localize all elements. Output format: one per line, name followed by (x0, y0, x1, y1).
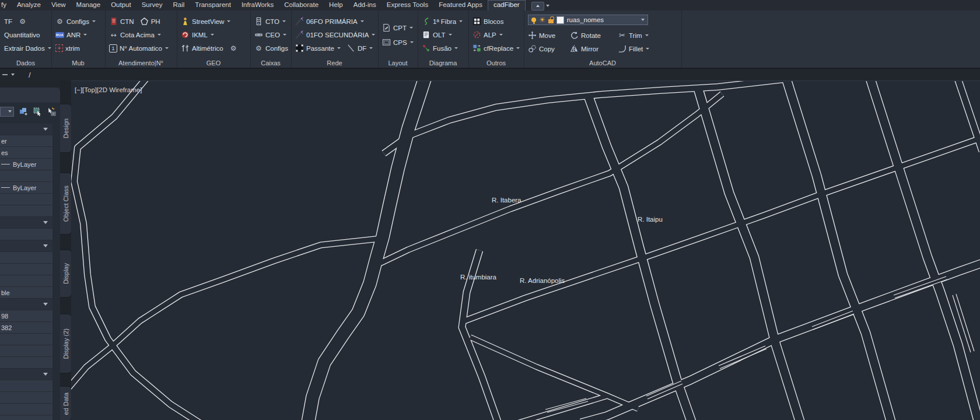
palette-header[interactable] (0, 88, 60, 103)
palette-value-row[interactable] (0, 229, 52, 240)
quantitativo-button[interactable]: Quantitativo (4, 32, 40, 38)
blocos-button[interactable]: Blocos (473, 17, 504, 26)
palette-section-row[interactable] (0, 124, 52, 135)
palette-value-row[interactable]: ByLayer (0, 159, 52, 170)
anr-button[interactable]: RUAANR (55, 32, 87, 38)
cpt-button[interactable]: CPT (382, 23, 413, 32)
ribbon-tab-manage[interactable]: Manage (71, 0, 106, 10)
palette-section-row[interactable] (0, 299, 52, 310)
extrair-dados-button[interactable]: Extrair Dados (4, 45, 51, 52)
ribbon-tab-help[interactable]: Help (324, 0, 348, 10)
ribbon-tab-survey[interactable]: Survey (136, 0, 168, 10)
palette-value-row[interactable] (0, 334, 52, 345)
layer-unlock-icon[interactable] (548, 19, 554, 23)
layer-color-swatch[interactable] (556, 16, 564, 24)
altimetrico-button[interactable]: Altimétrico (181, 44, 223, 52)
viewport-visual-style-control[interactable]: [2D Wireframe] (97, 86, 142, 93)
palette-tab-ed-data[interactable]: ed Data (60, 386, 72, 420)
fo06-primaria-button[interactable]: 06FO PRIMÁRIA (295, 17, 364, 26)
gears-icon[interactable]: ⚙ (18, 17, 27, 26)
palette-value-row[interactable] (0, 392, 52, 403)
passante-button[interactable]: Passante (295, 44, 341, 52)
palette-value-row[interactable] (0, 275, 52, 286)
gears-icon[interactable]: ⚙ (229, 44, 238, 52)
ikml-button[interactable]: IKML (181, 30, 214, 39)
streetview-button[interactable]: StreetView (181, 17, 230, 26)
ph-button[interactable]: PH (140, 17, 160, 26)
palette-value-row[interactable]: ble (0, 287, 52, 298)
ribbon-tab-collaborate[interactable]: Collaborate (279, 0, 324, 10)
palette-value-row[interactable]: 98 (0, 310, 52, 321)
xtrim-button[interactable]: +xtrim (55, 44, 80, 52)
palette-value-row[interactable]: er (0, 135, 52, 146)
numero-automatico-button[interactable]: 1N° Automatico (109, 44, 169, 52)
alp-button[interactable]: ALP (473, 30, 503, 39)
cfreplace-button[interactable]: cfReplace (473, 44, 520, 52)
trim-button[interactable]: ✂Trim (618, 31, 649, 40)
quick-select-icon[interactable] (46, 107, 56, 117)
fo01-secundaria-button[interactable]: 01FO SECUNDÁRIA (295, 30, 375, 39)
move-button[interactable]: Move (528, 31, 564, 40)
layer-dropdown-arrow[interactable] (641, 19, 645, 21)
palette-value-row[interactable]: 382 (0, 322, 52, 333)
palette-tab-display-2-[interactable]: Display (2) (60, 314, 72, 373)
fusao-button[interactable]: Fusão (422, 44, 458, 52)
ribbon-tab-cadfiber[interactable]: cadFiber (488, 0, 526, 10)
layer-dropdown[interactable]: ☀ ruas_nomes (528, 15, 648, 25)
selection-dropdown[interactable] (0, 107, 14, 117)
palette-value-row[interactable]: ByLayer (0, 182, 52, 193)
palette-value-row[interactable] (0, 415, 52, 420)
toolbar-flyout-arrow[interactable] (11, 74, 15, 76)
rotate-button[interactable]: Rotate (570, 31, 612, 40)
palette-tab-object-class[interactable]: Object Class (60, 173, 72, 235)
configs-caixas-button[interactable]: ⚙Configs (254, 44, 288, 52)
ribbon-tab-output[interactable]: Output (106, 0, 136, 10)
palette-tab-design[interactable]: Design (60, 104, 72, 153)
cota-acima-button[interactable]: ↔Cota Acima (109, 30, 161, 39)
olt-button[interactable]: OLT (422, 30, 452, 39)
palette-value-row[interactable] (0, 345, 52, 356)
ctn-button[interactable]: CTN (109, 17, 134, 26)
line-tool-icon[interactable]: / (29, 71, 31, 79)
ribbon-tab-infraworks[interactable]: InfraWorks (236, 0, 279, 10)
ribbon-tab-rail[interactable]: Rail (167, 0, 190, 10)
tf-button[interactable]: TF (4, 18, 12, 25)
palette-value-row[interactable] (0, 357, 52, 368)
ribbon-collapse-button[interactable] (531, 1, 550, 10)
drawing-viewport[interactable]: [−] [Top] [2D Wireframe] R. ItaberaR. It… (71, 80, 980, 420)
palette-tab-display[interactable]: Display (60, 250, 72, 298)
ribbon-tab-fy[interactable]: fy (0, 0, 12, 10)
ribbon-tab-analyze[interactable]: Analyze (12, 0, 46, 10)
ceo-button[interactable]: CEO (254, 30, 286, 39)
ribbon-tab-add-ins[interactable]: Add-ins (348, 0, 382, 10)
ribbon-tab-view[interactable]: View (46, 0, 71, 10)
df-button[interactable]: DF (346, 44, 373, 52)
palette-value-row[interactable] (0, 252, 52, 263)
palette-value-row[interactable] (0, 205, 52, 216)
viewport-menu-control[interactable]: [−] (75, 86, 82, 93)
copy-button[interactable]: Copy (528, 44, 564, 53)
toggle-pickadd-icon[interactable] (18, 107, 28, 117)
cps-button[interactable]: CPS (382, 38, 414, 47)
palette-value-row[interactable] (0, 194, 52, 205)
palette-section-row[interactable] (0, 240, 52, 251)
ribbon-tab-transparent[interactable]: Transparent (190, 0, 236, 10)
palette-value-row[interactable] (0, 404, 52, 415)
palette-section-row[interactable] (0, 369, 52, 380)
cto-button[interactable]: CTO (254, 17, 286, 26)
fillet-button[interactable]: Fillet (618, 44, 649, 53)
viewport-view-control[interactable]: [Top] (82, 86, 97, 93)
primeira-fibra-button[interactable]: 1ª Fibra (422, 17, 463, 26)
ribbon-tab-featured-apps[interactable]: Featured Apps (433, 0, 488, 10)
ribbon-tab-express-tools[interactable]: Express Tools (382, 0, 433, 10)
palette-value-row[interactable] (0, 380, 52, 391)
select-objects-icon[interactable] (32, 107, 42, 117)
palette-value-row[interactable]: es (0, 147, 52, 158)
palette-value-row[interactable] (0, 170, 52, 181)
configs-mub-button[interactable]: ⚙Configs (55, 17, 96, 26)
layer-freeze-sun-icon[interactable]: ☀ (539, 16, 545, 23)
palette-value-row[interactable] (0, 264, 52, 275)
mirror-button[interactable]: Mirror (570, 44, 612, 53)
layer-on-bulb-icon[interactable] (531, 18, 536, 22)
palette-section-row[interactable] (0, 217, 52, 228)
